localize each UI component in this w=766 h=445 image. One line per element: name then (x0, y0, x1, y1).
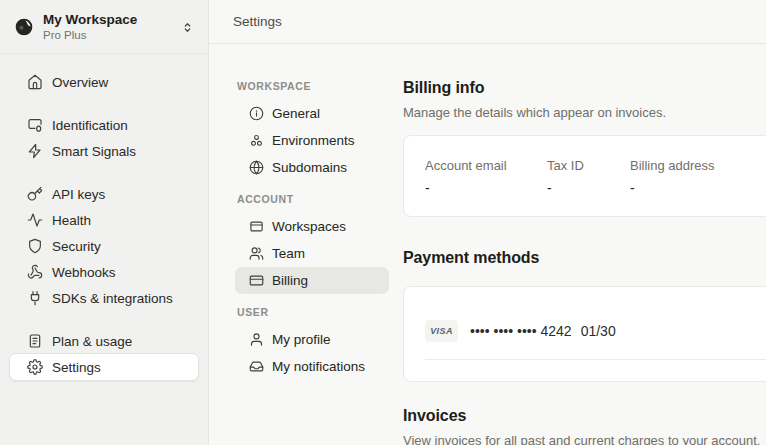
billing-field-billing-address: Billing address - (630, 158, 766, 196)
subnav-item-my-notifications[interactable]: My notifications (235, 353, 389, 380)
workspace-switcher[interactable]: My Workspace Pro Plus (0, 0, 208, 54)
team-icon (249, 246, 264, 261)
card-number-masked: •••• •••• •••• 4242 (470, 323, 572, 339)
visa-brand-badge: VISA (425, 320, 458, 342)
subnav-item-team[interactable]: Team (235, 240, 389, 267)
sidebar-item-label: Overview (52, 75, 108, 90)
subnav-item-label: Subdomains (272, 160, 347, 175)
card-expiry: 01/30 (581, 323, 616, 339)
info-icon (249, 106, 264, 121)
subnav-item-label: Environments (272, 133, 355, 148)
key-icon (27, 186, 43, 202)
workspace-meta: My Workspace Pro Plus (43, 12, 170, 42)
globe-icon (249, 160, 264, 175)
field-label: Billing address (630, 158, 766, 173)
sidebar-item-webhooks[interactable]: Webhooks (9, 259, 199, 285)
sidebar-item-label: Security (52, 239, 101, 254)
sidebar-item-smart-signals[interactable]: Smart Signals (9, 138, 199, 164)
page-title: Settings (233, 14, 282, 29)
payment-card-divider (425, 359, 766, 360)
subnav-item-label: Workspaces (272, 219, 346, 234)
subnav-section-account: ACCOUNT (237, 193, 389, 205)
subnav-item-my-profile[interactable]: My profile (235, 326, 389, 353)
billing-info-section: Billing info Manage the details which ap… (403, 79, 766, 217)
sidebar-item-security[interactable]: Security (9, 233, 199, 259)
sidebar-item-label: Smart Signals (52, 144, 136, 159)
invoices-title: Invoices (403, 407, 766, 425)
subnav-item-label: General (272, 106, 320, 121)
subnav-item-label: My profile (272, 332, 331, 347)
activity-icon (27, 212, 43, 228)
subnav-item-label: My notifications (272, 359, 365, 374)
sidebar-item-label: Webhooks (52, 265, 116, 280)
document-icon (27, 333, 43, 349)
sidebar-item-settings[interactable]: Settings (9, 353, 199, 381)
subnav-item-general[interactable]: General (235, 100, 389, 127)
environments-icon (249, 133, 264, 148)
primary-nav: Overview Identification Smart Signals AP… (0, 54, 208, 397)
inbox-icon (249, 359, 264, 374)
sidebar-item-api-keys[interactable]: API keys (9, 181, 199, 207)
payment-method-row[interactable]: VISA •••• •••• •••• 4242 01/30 (425, 320, 766, 342)
plug-icon (27, 290, 43, 306)
workspace-name: My Workspace (43, 12, 170, 28)
subnav-section-workspace: WORKSPACE (237, 80, 389, 92)
sidebar-item-identification[interactable]: Identification (9, 112, 199, 138)
home-icon (27, 74, 43, 90)
billing-info-card: Account email - Tax ID - Billing address… (403, 135, 766, 217)
sidebar-item-overview[interactable]: Overview (9, 69, 199, 95)
field-label: Tax ID (547, 158, 630, 173)
payment-methods-card: VISA •••• •••• •••• 4242 01/30 (403, 286, 766, 382)
billing-field-account-email: Account email - (425, 158, 547, 196)
sidebar-item-sdks-integrations[interactable]: SDKs & integrations (9, 285, 199, 311)
sidebar-item-label: API keys (52, 187, 105, 202)
settings-subnav: WORKSPACE General Environments Subdomain… (209, 44, 389, 445)
workspace-logo-icon (14, 17, 34, 37)
sidebar-item-label: SDKs & integrations (52, 291, 173, 306)
sidebar-item-label: Identification (52, 118, 128, 133)
identification-icon (27, 117, 43, 133)
payment-methods-title: Payment methods (403, 249, 766, 267)
chevron-up-down-icon[interactable] (179, 19, 196, 36)
subnav-item-label: Billing (272, 273, 308, 288)
zap-icon (27, 143, 43, 159)
field-value: - (630, 180, 766, 196)
subnav-item-workspaces[interactable]: Workspaces (235, 213, 389, 240)
field-label: Account email (425, 158, 547, 173)
sidebar-item-label: Health (52, 213, 91, 228)
subnav-item-subdomains[interactable]: Subdomains (235, 154, 389, 181)
gear-icon (27, 359, 43, 375)
topbar: Settings (209, 0, 766, 44)
webhook-icon (27, 264, 43, 280)
billing-info-subtitle: Manage the details which appear on invoi… (403, 105, 766, 120)
user-icon (249, 332, 264, 347)
billing-field-tax-id: Tax ID - (547, 158, 630, 196)
subnav-section-user: USER (237, 306, 389, 318)
billing-settings-content: Billing info Manage the details which ap… (389, 44, 766, 445)
window-icon (249, 219, 264, 234)
credit-card-icon (249, 273, 264, 288)
main-area: Settings WORKSPACE General Environments … (209, 0, 766, 445)
sidebar-item-plan-usage[interactable]: Plan & usage (9, 328, 199, 354)
subnav-item-billing[interactable]: Billing (235, 267, 389, 294)
field-value: - (425, 180, 547, 196)
sidebar-item-label: Settings (52, 360, 101, 375)
subnav-item-environments[interactable]: Environments (235, 127, 389, 154)
field-value: - (547, 180, 630, 196)
card-number-and-expiry: •••• •••• •••• 4242 01/30 (470, 323, 616, 339)
sidebar-item-health[interactable]: Health (9, 207, 199, 233)
primary-sidebar: My Workspace Pro Plus Overview Identific… (0, 0, 209, 445)
billing-info-title: Billing info (403, 79, 766, 97)
shield-icon (27, 238, 43, 254)
invoices-section: Invoices View invoices for all past and … (403, 407, 766, 445)
workspace-plan: Pro Plus (43, 29, 170, 42)
subnav-item-label: Team (272, 246, 305, 261)
sidebar-item-label: Plan & usage (52, 334, 132, 349)
invoices-subtitle: View invoices for all past and current c… (403, 433, 766, 445)
payment-methods-section: Payment methods VISA •••• •••• •••• 4242… (403, 249, 766, 382)
